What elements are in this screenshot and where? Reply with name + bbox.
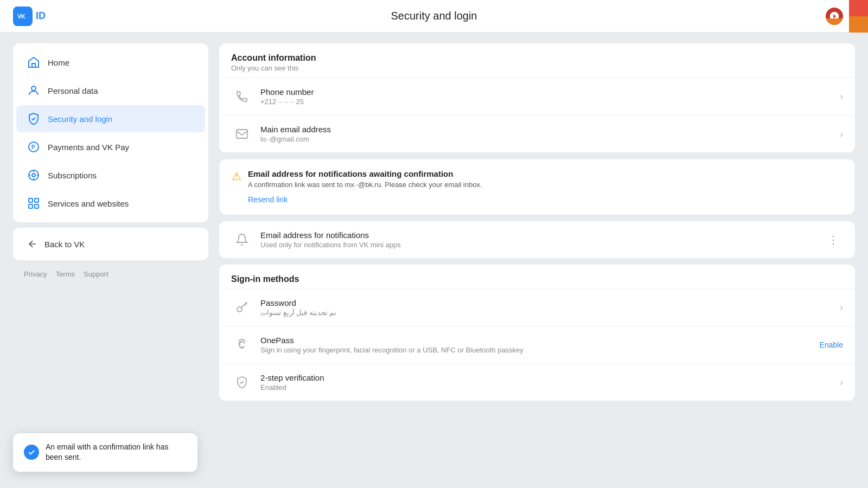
back-label: Back to VK [44,240,85,249]
svg-rect-1 [32,63,35,67]
header: VK ID Security and login [0,0,868,33]
phone-number-row[interactable]: Phone number +212 ·· ·· ·· 25 › [219,78,855,115]
sign-in-section-title: Sign-in methods [219,265,855,288]
email-chevron-icon: › [840,129,843,140]
svg-point-6 [32,174,35,177]
sidebar: Home Personal data Security and login [13,43,208,477]
password-icon-wrapper [231,297,253,318]
password-row[interactable]: Password تم تحديثه قبل أربع سنوات › [219,288,855,326]
sidebar-item-subscriptions-label: Subscriptions [48,171,97,180]
notifications-email-row[interactable]: Email address for notifications Used onl… [219,221,855,258]
email-icon-wrapper [231,123,253,145]
svg-text:VK: VK [17,13,25,20]
notifications-email-card: Email address for notifications Used onl… [219,221,855,258]
account-info-subtitle: Only you can see this [231,64,843,72]
payment-icon: P [27,140,40,153]
onepass-icon-wrapper [231,334,253,356]
warning-icon: ⚠ [232,170,241,183]
warning-content: Email address for notifications awaiting… [248,169,482,204]
sidebar-item-payments[interactable]: P Payments and VK Pay [16,133,205,160]
sidebar-item-services-label: Services and websites [48,199,129,208]
svg-rect-15 [237,130,247,138]
apps-icon [27,197,40,210]
home-icon [27,56,40,69]
sign-in-methods-card: Sign-in methods Password تم تحديثه قبل أ… [219,265,855,401]
onepass-row[interactable]: OnePass Sign in using your fingerprint, … [219,326,855,363]
toast-message: An email with a confirmation link has be… [46,442,187,463]
subscriptions-icon [27,169,40,182]
sidebar-item-home-label: Home [48,58,69,67]
sidebar-item-services[interactable]: Services and websites [16,190,205,217]
warning-header: ⚠ Email address for notifications awaiti… [232,169,843,204]
two-step-label: 2-step verification [260,373,840,382]
two-step-row[interactable]: 2-step verification Enabled › [219,363,855,401]
warning-title: Email address for notifications awaiting… [248,169,482,178]
phone-chevron-icon: › [840,91,843,102]
phone-icon [235,90,248,103]
logo-id-label: ID [36,10,46,22]
onepass-label: OnePass [260,336,819,345]
svg-text:P: P [31,144,35,150]
notifications-email-text: Email address for notifications Used onl… [260,230,824,249]
shield-check-icon [235,376,248,389]
onepass-enable-button[interactable]: Enable [819,341,843,349]
password-sublabel: تم تحديثه قبل أربع سنوات [260,309,840,317]
two-step-text: 2-step verification Enabled [260,373,840,391]
sidebar-footer: Privacy Terms Support [13,266,208,282]
notifications-email-menu-icon[interactable]: ⋮ [824,231,843,248]
main-content: Home Personal data Security and login [0,33,868,488]
sidebar-item-security-label: Security and login [48,114,112,124]
sidebar-nav: Home Personal data Security and login [13,43,208,222]
page-title: Security and login [391,10,477,22]
support-link[interactable]: Support [84,270,108,278]
svg-rect-14 [35,204,39,208]
password-chevron-icon: › [840,302,843,313]
password-text: Password تم تحديثه قبل أربع سنوات [260,298,840,317]
toast-notification: An email with a confirmation link has be… [13,433,197,472]
account-info-card: Account information Only you can see thi… [219,43,855,152]
svg-rect-13 [29,204,33,208]
sidebar-item-security[interactable]: Security and login [16,105,205,132]
svg-rect-12 [35,198,39,202]
header-right-area [826,8,855,25]
phone-text: Phone number +212 ·· ·· ·· 25 [260,87,840,106]
password-label: Password [260,298,840,307]
back-to-vk-button[interactable]: Back to VK [16,231,205,257]
onepass-sublabel: Sign in using your fingerprint, facial r… [260,346,819,354]
svg-rect-11 [29,198,33,202]
email-icon [235,127,248,140]
phone-label: Phone number [260,87,840,97]
sidebar-item-payments-label: Payments and VK Pay [48,143,129,152]
vk-logo-icon: VK [13,7,33,26]
chevron-down-icon [846,12,855,21]
privacy-link[interactable]: Privacy [24,270,47,278]
key-icon [235,301,248,314]
terms-link[interactable]: Terms [56,270,75,278]
notifications-email-sublabel: Used only for notifications from VK mini… [260,241,824,249]
notifications-icon-wrapper [231,229,253,251]
onepass-text: OnePass Sign in using your fingerprint, … [260,336,819,354]
fingerprint-icon [235,338,248,351]
avatar [826,8,843,25]
back-arrow-icon [27,239,38,249]
two-step-icon-wrapper [231,371,253,393]
warning-card: ⚠ Email address for notifications awaiti… [219,159,855,215]
toast-check-icon [24,445,39,460]
sidebar-item-personal-data[interactable]: Personal data [16,77,205,104]
two-step-sublabel: Enabled [260,383,840,391]
logo: VK ID [13,7,46,26]
sidebar-back-card: Back to VK [13,228,208,260]
email-text: Main email address lo··@gmail.com [260,125,840,143]
notifications-email-label: Email address for notifications [260,230,824,240]
user-menu[interactable] [826,8,855,25]
account-info-title: Account information [231,53,843,63]
phone-value: +212 ·· ·· ·· 25 [260,98,840,106]
email-row[interactable]: Main email address lo··@gmail.com › [219,115,855,152]
sidebar-item-home[interactable]: Home [16,49,205,76]
bell-icon [235,233,248,246]
email-label: Main email address [260,125,840,134]
warning-description: A confirmation link was sent to mx··@bk.… [248,181,482,189]
sidebar-item-subscriptions[interactable]: Subscriptions [16,162,205,189]
person-icon [27,84,40,97]
resend-link[interactable]: Resend link [248,195,288,204]
